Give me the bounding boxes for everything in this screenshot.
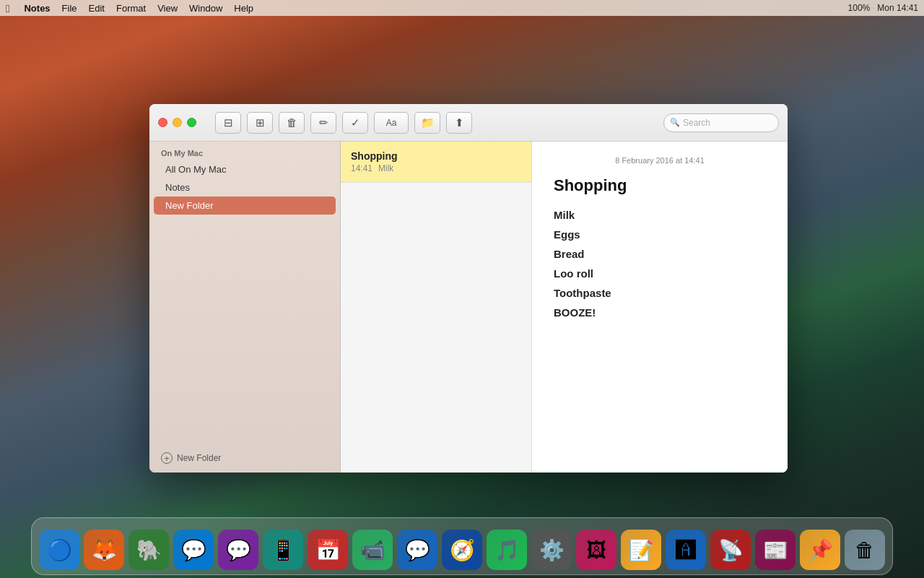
dock-icon-facetime[interactable]: 📹 — [352, 530, 393, 570]
menubar-right: 100% Mon 14:41 — [848, 3, 918, 13]
note-detail[interactable]: 8 February 2016 at 14:41 Shopping MilkEg… — [532, 142, 788, 473]
dock-icon-photos[interactable]: 🖼 — [576, 530, 616, 570]
menubar-time: Mon 14:41 — [877, 3, 918, 13]
new-folder-button[interactable]: + New Folder — [149, 444, 340, 473]
new-folder-label: New Folder — [177, 453, 221, 463]
checklist-button[interactable]: ✓ — [342, 112, 368, 134]
sidebar-item-all[interactable]: All On My Mac — [154, 160, 336, 178]
share-icon: ⬆ — [455, 116, 464, 129]
toolbar: ⊟ ⊞ 🗑 ✏ ✓ Aa 📁 ⬆ 🔍 Search — [149, 104, 788, 142]
dock-icon-prefs[interactable]: ⚙️ — [531, 530, 572, 570]
format-icon: Aa — [386, 118, 397, 128]
plus-icon: + — [161, 452, 173, 464]
dock-icon-trash[interactable]: 🗑 — [845, 530, 885, 570]
sidebar-toggle-button[interactable]: ⊟ — [215, 112, 241, 134]
sidebar-icon: ⊟ — [224, 116, 233, 129]
sidebar: On My Mac All On My Mac Notes New Folder… — [149, 142, 341, 473]
dock: 🔵🦊🐘💬💬📱📅📹💬🧭🎵⚙️🖼📝🅰📡📰📌🗑 — [31, 517, 893, 575]
apple-menu[interactable]:  — [6, 2, 9, 14]
note-item-preview: Milk — [378, 163, 393, 173]
note-item-time: 14:41 — [351, 163, 372, 173]
note-body-line: BOOZE! — [554, 303, 766, 322]
dock-icon-safari[interactable]: 🧭 — [442, 530, 482, 570]
dock-icon-evernote[interactable]: 🐘 — [128, 530, 169, 570]
note-body-line: Eggs — [554, 225, 766, 244]
dock-icon-fantastical[interactable]: 📅 — [308, 530, 348, 570]
note-body-line: Milk — [554, 205, 766, 225]
share-button[interactable]: ⬆ — [446, 112, 472, 134]
dock-icon-sticky[interactable]: 📌 — [800, 530, 840, 570]
note-item-meta: 14:41 Milk — [351, 163, 521, 173]
dock-icon-reeder[interactable]: 📰 — [755, 530, 796, 570]
folder-icon: 📁 — [421, 116, 435, 129]
close-button[interactable] — [158, 118, 167, 127]
search-box[interactable]: 🔍 Search — [663, 113, 779, 132]
menubar-view[interactable]: View — [152, 3, 183, 14]
menubar-battery: 100% — [848, 3, 871, 13]
minimize-button[interactable] — [173, 118, 182, 127]
dock-icon-messagebubble[interactable]: 💬 — [397, 530, 437, 570]
dock-icon-notes[interactable]: 📝 — [621, 530, 661, 570]
note-body-line: Loo roll — [554, 264, 766, 283]
menubar-help[interactable]: Help — [228, 3, 259, 14]
note-list: Shopping 14:41 Milk — [341, 142, 532, 473]
compose-icon: ✏ — [319, 116, 328, 129]
traffic-lights — [158, 118, 196, 127]
dock-icon-firefox[interactable]: 🦊 — [84, 530, 124, 570]
note-body[interactable]: MilkEggsBreadLoo rollToothpasteBOOZE! — [554, 205, 766, 322]
dock-icon-spotify[interactable]: 🎵 — [487, 530, 527, 570]
sidebar-item-new-folder[interactable]: New Folder — [154, 197, 336, 215]
notes-window: ⊟ ⊞ 🗑 ✏ ✓ Aa 📁 ⬆ 🔍 Search O — [149, 104, 788, 473]
maximize-button[interactable] — [187, 118, 196, 127]
main-area: On My Mac All On My Mac Notes New Folder… — [149, 142, 788, 473]
note-detail-title: Shopping — [554, 176, 766, 195]
menubar-notes[interactable]: Notes — [18, 3, 56, 14]
note-date: 8 February 2016 at 14:41 — [554, 156, 766, 165]
menubar:  Notes File Edit Format View Window Hel… — [0, 0, 924, 16]
dock-icon-filezilla[interactable]: 📡 — [710, 530, 751, 570]
grid-view-button[interactable]: ⊞ — [247, 112, 273, 134]
menubar-window[interactable]: Window — [183, 3, 228, 14]
folder-button[interactable]: 📁 — [414, 112, 440, 134]
menubar-file[interactable]: File — [56, 3, 83, 14]
menubar-edit[interactable]: Edit — [83, 3, 110, 14]
search-icon: 🔍 — [670, 118, 680, 127]
new-note-button[interactable]: ✏ — [310, 112, 336, 134]
dock-icon-messages[interactable]: 💬 — [218, 530, 258, 570]
dock-icon-whatsapp[interactable]: 📱 — [263, 530, 303, 570]
note-body-line: Bread — [554, 244, 766, 264]
sidebar-item-notes[interactable]: Notes — [154, 178, 336, 197]
trash-icon: 🗑 — [287, 116, 297, 129]
search-placeholder: Search — [683, 118, 710, 128]
dock-icon-finder[interactable]: 🔵 — [39, 530, 79, 570]
menubar-format[interactable]: Format — [110, 3, 152, 14]
note-item-title: Shopping — [351, 150, 521, 162]
note-body-line: Toothpaste — [554, 283, 766, 303]
format-button[interactable]: Aa — [374, 112, 409, 134]
dock-icon-skype[interactable]: 💬 — [173, 530, 214, 570]
note-list-item[interactable]: Shopping 14:41 Milk — [341, 142, 531, 183]
grid-icon: ⊞ — [256, 116, 265, 129]
check-icon: ✓ — [351, 116, 360, 129]
delete-button[interactable]: 🗑 — [279, 112, 305, 134]
dock-icon-appstore[interactable]: 🅰 — [666, 530, 706, 570]
sidebar-section-header: On My Mac — [149, 142, 340, 160]
